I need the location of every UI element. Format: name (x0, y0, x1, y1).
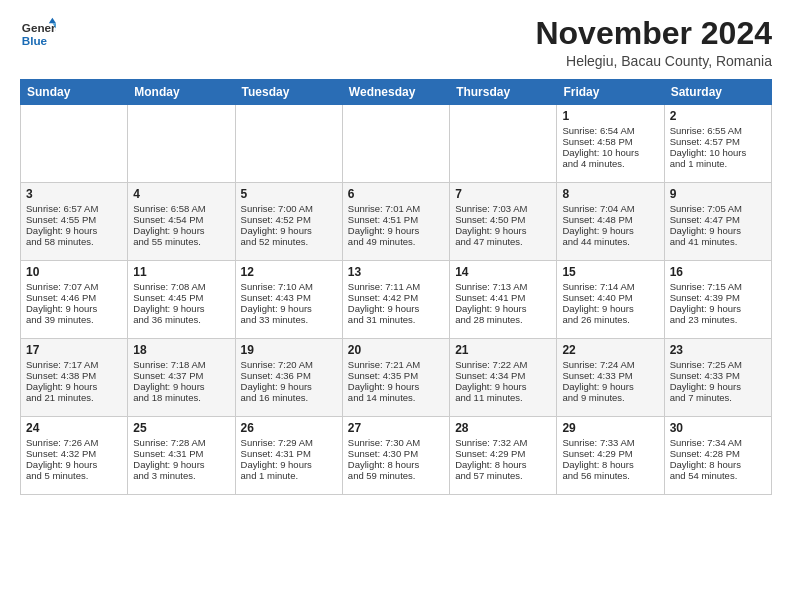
day-info: Sunrise: 6:54 AM (562, 125, 658, 136)
calendar-cell (21, 105, 128, 183)
day-info: Daylight: 8 hours (562, 459, 658, 470)
calendar-cell: 26Sunrise: 7:29 AMSunset: 4:31 PMDayligh… (235, 417, 342, 495)
day-info: and 1 minute. (670, 158, 766, 169)
day-info: and 28 minutes. (455, 314, 551, 325)
day-info: and 54 minutes. (670, 470, 766, 481)
day-info: and 52 minutes. (241, 236, 337, 247)
col-saturday: Saturday (664, 80, 771, 105)
calendar-cell: 20Sunrise: 7:21 AMSunset: 4:35 PMDayligh… (342, 339, 449, 417)
day-info: Daylight: 8 hours (455, 459, 551, 470)
day-info: Daylight: 9 hours (241, 225, 337, 236)
calendar-table: Sunday Monday Tuesday Wednesday Thursday… (20, 79, 772, 495)
day-info: Sunrise: 7:30 AM (348, 437, 444, 448)
calendar-cell: 8Sunrise: 7:04 AMSunset: 4:48 PMDaylight… (557, 183, 664, 261)
day-info: and 49 minutes. (348, 236, 444, 247)
calendar-cell: 30Sunrise: 7:34 AMSunset: 4:28 PMDayligh… (664, 417, 771, 495)
svg-text:Blue: Blue (22, 34, 48, 47)
calendar-cell: 4Sunrise: 6:58 AMSunset: 4:54 PMDaylight… (128, 183, 235, 261)
col-wednesday: Wednesday (342, 80, 449, 105)
day-info: Daylight: 9 hours (133, 303, 229, 314)
calendar-week-1: 1Sunrise: 6:54 AMSunset: 4:58 PMDaylight… (21, 105, 772, 183)
day-info: Daylight: 8 hours (348, 459, 444, 470)
calendar-cell (342, 105, 449, 183)
calendar-cell: 18Sunrise: 7:18 AMSunset: 4:37 PMDayligh… (128, 339, 235, 417)
day-info: Sunset: 4:34 PM (455, 370, 551, 381)
day-number: 9 (670, 187, 766, 201)
day-info: Sunset: 4:29 PM (562, 448, 658, 459)
day-number: 22 (562, 343, 658, 357)
calendar-cell: 13Sunrise: 7:11 AMSunset: 4:42 PMDayligh… (342, 261, 449, 339)
calendar-cell: 15Sunrise: 7:14 AMSunset: 4:40 PMDayligh… (557, 261, 664, 339)
day-info: and 55 minutes. (133, 236, 229, 247)
day-info: Sunrise: 7:33 AM (562, 437, 658, 448)
calendar-cell (235, 105, 342, 183)
day-info: Sunset: 4:47 PM (670, 214, 766, 225)
day-info: and 26 minutes. (562, 314, 658, 325)
day-info: Sunset: 4:41 PM (455, 292, 551, 303)
day-info: Daylight: 9 hours (133, 459, 229, 470)
col-sunday: Sunday (21, 80, 128, 105)
day-info: Sunset: 4:37 PM (133, 370, 229, 381)
day-info: Daylight: 9 hours (670, 303, 766, 314)
header: General Blue November 2024 Helegiu, Baca… (20, 16, 772, 69)
day-info: Sunset: 4:30 PM (348, 448, 444, 459)
logo-icon: General Blue (20, 16, 56, 52)
day-info: and 33 minutes. (241, 314, 337, 325)
day-number: 27 (348, 421, 444, 435)
day-number: 30 (670, 421, 766, 435)
day-info: Daylight: 9 hours (455, 225, 551, 236)
day-info: and 56 minutes. (562, 470, 658, 481)
day-info: Sunset: 4:43 PM (241, 292, 337, 303)
day-number: 7 (455, 187, 551, 201)
day-info: Sunrise: 7:29 AM (241, 437, 337, 448)
day-number: 12 (241, 265, 337, 279)
day-info: Sunrise: 7:04 AM (562, 203, 658, 214)
calendar-week-5: 24Sunrise: 7:26 AMSunset: 4:32 PMDayligh… (21, 417, 772, 495)
calendar-cell: 17Sunrise: 7:17 AMSunset: 4:38 PMDayligh… (21, 339, 128, 417)
calendar-cell: 3Sunrise: 6:57 AMSunset: 4:55 PMDaylight… (21, 183, 128, 261)
day-info: Sunset: 4:32 PM (26, 448, 122, 459)
col-tuesday: Tuesday (235, 80, 342, 105)
day-info: Sunrise: 7:10 AM (241, 281, 337, 292)
header-row: Sunday Monday Tuesday Wednesday Thursday… (21, 80, 772, 105)
day-info: Daylight: 9 hours (562, 381, 658, 392)
col-friday: Friday (557, 80, 664, 105)
day-info: Daylight: 9 hours (241, 459, 337, 470)
calendar-cell: 16Sunrise: 7:15 AMSunset: 4:39 PMDayligh… (664, 261, 771, 339)
day-info: Daylight: 9 hours (26, 459, 122, 470)
day-number: 29 (562, 421, 658, 435)
day-info: Sunrise: 7:00 AM (241, 203, 337, 214)
calendar-cell: 22Sunrise: 7:24 AMSunset: 4:33 PMDayligh… (557, 339, 664, 417)
day-number: 4 (133, 187, 229, 201)
day-info: Daylight: 9 hours (241, 303, 337, 314)
calendar-week-4: 17Sunrise: 7:17 AMSunset: 4:38 PMDayligh… (21, 339, 772, 417)
day-number: 2 (670, 109, 766, 123)
day-info: and 3 minutes. (133, 470, 229, 481)
day-info: Sunset: 4:40 PM (562, 292, 658, 303)
day-info: and 57 minutes. (455, 470, 551, 481)
day-info: Sunrise: 7:07 AM (26, 281, 122, 292)
day-number: 17 (26, 343, 122, 357)
day-info: Daylight: 8 hours (670, 459, 766, 470)
day-info: Sunrise: 6:55 AM (670, 125, 766, 136)
day-info: Daylight: 9 hours (670, 225, 766, 236)
day-info: Sunset: 4:42 PM (348, 292, 444, 303)
day-info: Sunset: 4:52 PM (241, 214, 337, 225)
day-number: 13 (348, 265, 444, 279)
day-info: Sunset: 4:54 PM (133, 214, 229, 225)
calendar-cell: 11Sunrise: 7:08 AMSunset: 4:45 PMDayligh… (128, 261, 235, 339)
day-info: Sunset: 4:31 PM (133, 448, 229, 459)
day-info: Sunrise: 7:01 AM (348, 203, 444, 214)
day-info: Sunrise: 7:13 AM (455, 281, 551, 292)
day-info: Daylight: 9 hours (562, 225, 658, 236)
calendar-cell: 19Sunrise: 7:20 AMSunset: 4:36 PMDayligh… (235, 339, 342, 417)
day-info: Sunset: 4:51 PM (348, 214, 444, 225)
col-monday: Monday (128, 80, 235, 105)
day-info: Sunrise: 7:20 AM (241, 359, 337, 370)
day-info: Daylight: 9 hours (133, 381, 229, 392)
day-info: Sunrise: 7:24 AM (562, 359, 658, 370)
day-info: Sunset: 4:55 PM (26, 214, 122, 225)
day-number: 15 (562, 265, 658, 279)
day-info: Sunrise: 7:18 AM (133, 359, 229, 370)
day-number: 28 (455, 421, 551, 435)
